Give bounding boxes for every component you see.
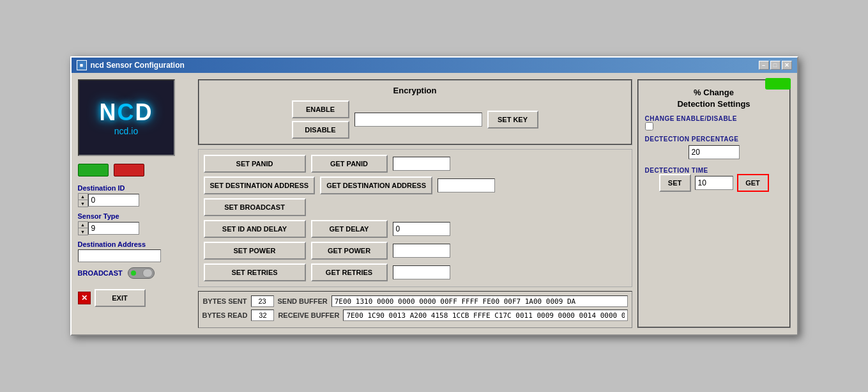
encryption-box: Encryption ENABLE DISABLE SET KEY	[198, 79, 632, 145]
send-buffer-data[interactable]	[331, 295, 628, 307]
detection-pct-section: DECTECTION PERCENTAGE	[645, 136, 783, 162]
window-body: NCD ncd.io Destination ID ▲ ▼	[72, 73, 797, 334]
get-destination-address-button[interactable]: GET DESTINATION ADDRESS	[320, 176, 432, 194]
retries-result-input[interactable]	[393, 265, 450, 279]
exit-icon[interactable]: ✕	[78, 292, 91, 304]
broadcast-row: BROADCAST	[78, 267, 193, 279]
set-power-button[interactable]: SET POWER	[204, 242, 306, 260]
buffer-section: BYTES SENT 23 SEND BUFFER BYTES READ 32 …	[198, 291, 632, 328]
minimize-button[interactable]: –	[759, 61, 769, 70]
encryption-key-input[interactable]	[354, 113, 482, 127]
change-enable-checkbox[interactable]	[645, 122, 653, 130]
bytes-read-label: BYTES READ	[202, 311, 248, 319]
set-panid-button[interactable]: SET PANID	[204, 155, 306, 173]
sensor-type-label: Sensor Type	[78, 212, 193, 220]
logo-sub: ncd.io	[114, 126, 138, 136]
retries-row: SET RETRIES GET RETRIES	[204, 263, 627, 281]
sensor-type-group: Sensor Type ▲ ▼	[78, 212, 193, 235]
detection-time-input[interactable]	[695, 176, 733, 190]
app-icon: ■	[77, 60, 87, 70]
power-result-input[interactable]	[393, 244, 450, 258]
receive-buffer-data[interactable]	[343, 310, 627, 321]
close-button[interactable]: ✕	[782, 61, 792, 70]
sensor-type-down[interactable]: ▼	[79, 228, 88, 235]
bytes-read-value: 32	[251, 310, 274, 321]
bytes-sent-value: 23	[251, 295, 274, 307]
send-buffer-row: BYTES SENT 23 SEND BUFFER	[202, 295, 628, 307]
panid-row: SET PANID GET PANID	[204, 155, 627, 173]
destination-id-group: Destination ID ▲ ▼	[78, 184, 193, 207]
get-delay-button[interactable]: GET DELAY	[311, 220, 388, 238]
change-enable-section: CHANGE ENABLE/DISABLE	[645, 115, 783, 130]
destination-address-input[interactable]	[78, 249, 161, 262]
change-enable-label: CHANGE ENABLE/DISABLE	[645, 115, 783, 122]
detection-time-row: SET GET	[645, 174, 783, 192]
detection-pct-label: DECTECTION PERCENTAGE	[645, 136, 783, 143]
destination-id-up[interactable]: ▲	[79, 194, 88, 200]
right-panel: % Change Detection Settings CHANGE ENABL…	[637, 79, 791, 328]
delay-result-input[interactable]	[393, 222, 450, 236]
logo-text: NCD	[100, 99, 153, 126]
broadcast-toggle[interactable]	[128, 267, 155, 279]
title-bar: ■ ncd Sensor Configuration – □ ✕	[72, 58, 797, 73]
center-panel: Encryption ENABLE DISABLE SET KEY SET PA…	[198, 79, 632, 328]
detection-get-button[interactable]: GET	[737, 174, 769, 192]
disable-button[interactable]: DISABLE	[292, 121, 349, 139]
exit-row: ✕ EXIT	[78, 289, 193, 307]
set-id-and-delay-button[interactable]: SET ID AND DELAY	[204, 220, 306, 238]
detection-set-button[interactable]: SET	[659, 174, 691, 192]
broadcast-label: BROADCAST	[78, 269, 123, 277]
detection-pct-input[interactable]	[689, 145, 740, 159]
get-panid-button[interactable]: GET PANID	[311, 155, 388, 173]
set-retries-button[interactable]: SET RETRIES	[204, 263, 306, 281]
set-destination-address-button[interactable]: SET DESTINATION ADDRESS	[204, 176, 316, 194]
toggle-green-dot	[131, 270, 136, 276]
red-light	[114, 164, 144, 176]
dest-addr-result-input[interactable]	[438, 178, 495, 192]
enable-button[interactable]: ENABLE	[292, 100, 349, 118]
left-panel: NCD ncd.io Destination ID ▲ ▼	[78, 79, 193, 328]
sensor-type-up[interactable]: ▲	[79, 222, 88, 228]
maximize-button[interactable]: □	[770, 61, 780, 70]
dest-addr-row: SET DESTINATION ADDRESS GET DESTINATION …	[204, 176, 627, 194]
destination-id-label: Destination ID	[78, 184, 193, 192]
detection-title: % Change Detection Settings	[645, 87, 783, 110]
get-retries-button[interactable]: GET RETRIES	[311, 263, 388, 281]
change-enable-row	[645, 122, 783, 130]
toggle-knob	[142, 269, 153, 278]
id-delay-row: SET ID AND DELAY GET DELAY	[204, 220, 627, 238]
status-lights	[78, 161, 193, 179]
exit-button[interactable]: EXIT	[95, 289, 146, 307]
connection-indicator	[765, 78, 791, 90]
set-broadcast-button[interactable]: SET BROADCAST	[204, 198, 306, 216]
receive-buffer-row: BYTES READ 32 RECEIVE BUFFER	[202, 310, 628, 321]
send-buffer-label: SEND BUFFER	[278, 297, 328, 305]
panid-result-input[interactable]	[393, 157, 450, 171]
destination-id-spinner[interactable]: ▲ ▼	[78, 193, 88, 207]
receive-buffer-label: RECEIVE BUFFER	[278, 311, 339, 319]
encryption-title: Encryption	[207, 86, 623, 95]
detection-time-section: DECTECTION TIME SET GET	[645, 167, 783, 192]
sensor-type-input[interactable]	[88, 222, 139, 235]
logo-box: NCD ncd.io	[78, 79, 175, 156]
set-key-button[interactable]: SET KEY	[487, 111, 538, 129]
destination-id-input[interactable]	[88, 194, 139, 207]
power-row: SET POWER GET POWER	[204, 242, 627, 260]
get-power-button[interactable]: GET POWER	[311, 242, 388, 260]
window-title: ncd Sensor Configuration	[91, 61, 185, 70]
green-light	[78, 164, 109, 176]
broadcast-btn-row: SET BROADCAST	[204, 198, 627, 216]
bytes-sent-label: BYTES SENT	[202, 297, 247, 305]
destination-address-label: Destination Address	[78, 240, 193, 248]
destination-id-down[interactable]: ▼	[79, 200, 88, 207]
destination-address-group: Destination Address	[78, 240, 193, 262]
buttons-panel: SET PANID GET PANID SET DESTINATION ADDR…	[198, 149, 632, 287]
sensor-type-spinner[interactable]: ▲ ▼	[78, 221, 88, 235]
detection-time-label: DECTECTION TIME	[645, 167, 783, 174]
main-window: ■ ncd Sensor Configuration – □ ✕ NCD ncd…	[70, 56, 798, 336]
